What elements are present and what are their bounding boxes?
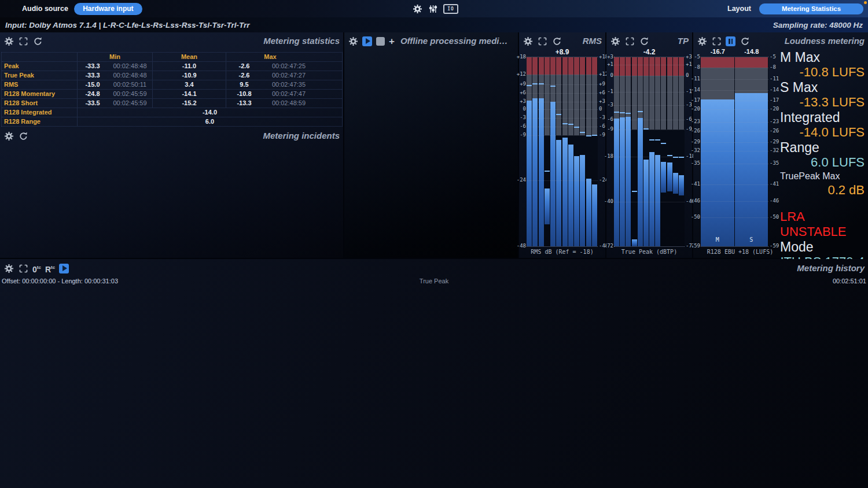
gear-icon[interactable]	[6, 3, 16, 14]
scale-tick: -35	[691, 160, 700, 166]
overload-zone	[545, 57, 550, 75]
meter-channel	[638, 57, 643, 246]
meter-channel	[574, 57, 579, 246]
scale-tick: -9	[599, 132, 605, 138]
meter-channel	[550, 57, 556, 246]
gear-icon[interactable]	[697, 36, 707, 46]
reset-icon[interactable]	[639, 36, 649, 46]
stop-icon[interactable]	[376, 37, 385, 46]
scale-tick: -11	[770, 76, 779, 82]
max-time: 00:02:47:47	[262, 90, 315, 98]
headroom-zone	[679, 76, 684, 130]
scale-tick: +1	[607, 61, 613, 67]
gear-icon[interactable]	[412, 3, 422, 14]
main-area: Metering statistics MinMeanMaxPeak-33.30…	[0, 32, 868, 258]
peak-hold-mark	[661, 143, 666, 144]
sliders-icon[interactable]	[428, 3, 438, 14]
peak-hold-mark	[679, 157, 684, 158]
headroom-zone	[667, 76, 672, 130]
level-bar	[568, 145, 573, 246]
metering-statistics-button[interactable]: Metering Statistics	[759, 3, 863, 14]
level-bar	[620, 117, 625, 246]
reset-icon[interactable]	[740, 36, 750, 46]
gear-icon[interactable]	[3, 36, 14, 46]
lra-alert: LRA UNSTABLE	[780, 209, 865, 239]
play-icon[interactable]	[59, 264, 69, 273]
layout-label[interactable]: Layout	[727, 5, 751, 13]
meter-gridline	[701, 122, 768, 123]
meter-gridline	[614, 65, 685, 65]
scale-tick: 0	[610, 72, 613, 78]
expand-icon[interactable]	[624, 36, 635, 46]
rms-scale-right: +18+12+9+6+30-3-6-9-24-48	[598, 57, 605, 246]
play-icon[interactable]	[362, 36, 372, 46]
scale-tick: -6	[599, 123, 605, 129]
plus-icon[interactable]: +	[389, 36, 395, 46]
loudness-stat-label: Integrated	[780, 110, 865, 125]
meter-channel	[667, 57, 672, 246]
level-bar	[667, 162, 672, 191]
statistics-table: MinMeanMaxPeak-33.300:02:48:48-11.0-2.60…	[1, 52, 343, 127]
table-corner-cell	[2, 53, 78, 61]
sampling-rate: Sampling rate: 48000 Hz	[768, 21, 868, 29]
meter-gridline	[527, 180, 598, 181]
gear-icon[interactable]	[3, 131, 14, 141]
reset-icon[interactable]	[551, 36, 562, 46]
channel-label: S	[735, 236, 768, 243]
headroom-zone	[655, 76, 660, 130]
input-info: Input: Dolby Atmos 7.1.4 | L-R-C-Lfe-Ls-…	[0, 21, 255, 29]
overload-zone	[580, 57, 585, 75]
min-time: 00:02:50:11	[108, 80, 152, 89]
level-bar	[655, 155, 660, 246]
incidents-title: Metering incidents	[263, 131, 340, 141]
overload-zone	[556, 57, 561, 75]
reset-tc-icon[interactable]: Rtc	[45, 264, 55, 273]
reset-icon[interactable]	[18, 131, 28, 141]
history-title: Metering history	[797, 263, 865, 273]
scale-tick: -29	[691, 139, 700, 145]
level-bar	[532, 98, 538, 246]
tp-meter-panel: TP -4.2 +3+10-1-3-6-9-18-40-72 +3+10-1-3…	[606, 32, 692, 258]
table-row: Peak-33.300:02:48:48-11.0-2.600:02:47:25	[2, 62, 342, 71]
overload-zone	[655, 57, 660, 76]
expand-icon[interactable]	[18, 263, 28, 273]
io-icon[interactable]: IO	[443, 4, 458, 14]
cell-min: -33.300:02:48:48	[78, 71, 153, 80]
history-header: 0tcRtc Metering history	[0, 259, 868, 278]
loudness-meter-bars: MS	[701, 57, 768, 247]
meter-gridline	[614, 92, 685, 93]
gear-icon[interactable]	[610, 36, 620, 46]
infobar: Input: Dolby Atmos 7.1.4 | L-R-C-Lfe-Ls-…	[0, 17, 868, 32]
level-bar	[527, 101, 532, 246]
meter-channel	[532, 57, 538, 246]
gear-icon[interactable]	[523, 36, 533, 46]
overload-zone	[527, 57, 532, 75]
expand-icon[interactable]	[537, 36, 547, 46]
row-label: R128 Integrated	[2, 108, 78, 117]
offset-tc-icon[interactable]: 0tc	[32, 264, 41, 273]
loudness-title: Loudness metering	[785, 36, 865, 46]
rms-meter-bars	[527, 57, 598, 247]
gear-icon[interactable]	[3, 263, 14, 273]
scale-tick: -29	[770, 139, 779, 145]
expand-icon[interactable]	[18, 36, 28, 46]
scale-tick: -26	[770, 128, 779, 134]
expand-icon[interactable]	[711, 36, 722, 46]
hardware-input-button[interactable]: Hardware input	[74, 3, 142, 15]
pause-icon[interactable]	[726, 36, 735, 46]
scale-tick: 0	[523, 106, 526, 112]
max-value: -2.6	[226, 62, 262, 71]
level-bar	[592, 184, 597, 246]
scale-tick: -1	[607, 88, 613, 94]
reset-icon[interactable]	[32, 36, 43, 46]
meter-gridline	[701, 164, 768, 164]
scale-tick: +3	[599, 98, 605, 104]
loudness-readouts: -16.7-14.8	[701, 48, 768, 56]
overload-zone	[643, 57, 649, 76]
table-row: R128 Integrated-14.0	[2, 108, 342, 117]
gear-icon[interactable]	[348, 36, 358, 46]
overload-zone	[586, 57, 591, 75]
meter-gridline	[527, 75, 598, 75]
loudness-stat-label: Mode	[780, 239, 865, 254]
scale-tick: -50	[691, 214, 700, 220]
